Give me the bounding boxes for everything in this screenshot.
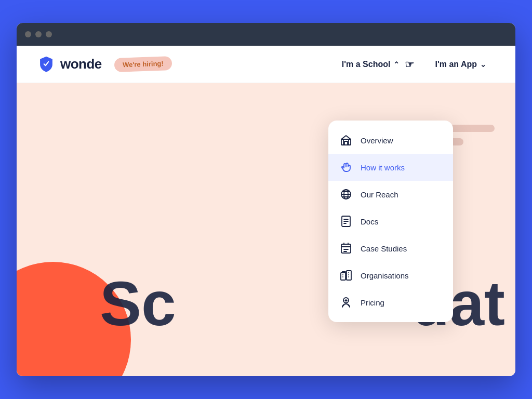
globe-icon xyxy=(339,187,353,202)
overview-label: Overview xyxy=(361,136,393,145)
dot-yellow xyxy=(35,31,42,37)
school-menu-button[interactable]: I'm a School ⌃ ☞ xyxy=(334,54,423,75)
logo-icon xyxy=(37,56,55,73)
pricing-label: Pricing xyxy=(361,298,384,307)
our-reach-label: Our Reach xyxy=(361,190,398,199)
doc-icon xyxy=(339,214,353,229)
how-it-works-label: How it works xyxy=(361,163,405,172)
hiring-badge[interactable]: We're hiring! xyxy=(114,56,172,72)
organisations-label: Organisations xyxy=(361,271,409,280)
hand-icon xyxy=(339,160,353,175)
dropdown-item-our-reach[interactable]: Our Reach xyxy=(328,181,453,208)
dot-green xyxy=(46,31,52,37)
dropdown-item-overview[interactable]: Overview xyxy=(328,127,453,154)
app-menu-label: I'm an App xyxy=(435,60,477,69)
main-area: Sc dat Overview xyxy=(17,83,515,376)
navbar: wonde We're hiring! I'm a School ⌃ ☞ I'm… xyxy=(17,46,515,83)
chevron-down-icon: ⌄ xyxy=(480,60,486,69)
dropdown-item-case-studies[interactable]: Case Studies xyxy=(328,235,453,262)
logo-wordmark: wonde xyxy=(60,56,102,72)
chevron-up-icon: ⌃ xyxy=(393,60,400,69)
app-menu-button[interactable]: I'm an App ⌄ xyxy=(427,56,495,73)
cursor-icon: ☞ xyxy=(405,58,414,71)
dropdown-item-organisations[interactable]: Organisations xyxy=(328,262,453,289)
browser-window: wonde We're hiring! I'm a School ⌃ ☞ I'm… xyxy=(17,23,515,376)
browser-dots xyxy=(25,31,52,37)
browser-titlebar xyxy=(17,23,515,46)
svg-rect-14 xyxy=(347,271,351,280)
dot-red xyxy=(25,31,31,37)
school-dropdown-menu: Overview How it works xyxy=(328,121,453,322)
dropdown-item-pricing[interactable]: Pricing xyxy=(328,289,453,316)
building-icon xyxy=(339,133,353,148)
pricing-icon xyxy=(339,295,353,310)
svg-rect-1 xyxy=(344,141,348,145)
hero-text-left: Sc xyxy=(100,272,176,335)
browser-content: wonde We're hiring! I'm a School ⌃ ☞ I'm… xyxy=(17,46,515,376)
case-studies-label: Case Studies xyxy=(361,244,407,253)
case-study-icon xyxy=(339,241,353,256)
nav-right: I'm a School ⌃ ☞ I'm an App ⌄ xyxy=(334,54,495,75)
logo-area: wonde xyxy=(37,56,102,73)
org-icon xyxy=(339,268,353,283)
dropdown-item-how-it-works[interactable]: How it works xyxy=(328,154,453,181)
school-menu-label: I'm a School xyxy=(342,60,391,69)
dropdown-item-docs[interactable]: Docs xyxy=(328,208,453,235)
svg-rect-13 xyxy=(341,273,345,280)
docs-label: Docs xyxy=(361,217,378,226)
svg-rect-0 xyxy=(341,139,351,145)
